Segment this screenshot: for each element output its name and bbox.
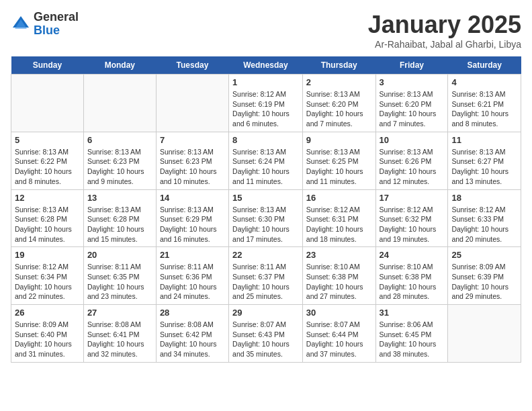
calendar-table: SundayMondayTuesdayWednesdayThursdayFrid… [11, 56, 521, 363]
date-number: 29 [232, 308, 299, 318]
date-number: 16 [306, 193, 372, 203]
day-header-saturday: Saturday [448, 56, 521, 75]
date-number: 11 [451, 135, 517, 145]
date-number: 15 [232, 193, 299, 203]
day-header-wednesday: Wednesday [229, 56, 303, 75]
calendar-cell: 1Sunrise: 8:12 AM Sunset: 6:19 PM Daylig… [229, 75, 303, 132]
date-number: 28 [160, 308, 225, 318]
date-number: 30 [306, 308, 372, 318]
date-number: 5 [15, 135, 80, 145]
date-number: 6 [87, 135, 152, 145]
cell-content: Sunrise: 8:13 AM Sunset: 6:29 PM Dayligh… [160, 205, 225, 244]
cell-content: Sunrise: 8:07 AM Sunset: 6:43 PM Dayligh… [232, 320, 299, 359]
calendar-cell: 28Sunrise: 8:08 AM Sunset: 6:42 PM Dayli… [156, 305, 228, 363]
calendar-cell: 7Sunrise: 8:13 AM Sunset: 6:23 PM Daylig… [156, 132, 228, 189]
cell-content: Sunrise: 8:13 AM Sunset: 6:27 PM Dayligh… [451, 147, 517, 187]
cell-content: Sunrise: 8:13 AM Sunset: 6:22 PM Dayligh… [15, 147, 80, 187]
calendar-cell: 20Sunrise: 8:11 AM Sunset: 6:35 PM Dayli… [83, 247, 156, 305]
calendar-cell: 9Sunrise: 8:13 AM Sunset: 6:25 PM Daylig… [302, 132, 375, 189]
date-number: 3 [380, 77, 445, 87]
date-number: 24 [380, 250, 445, 260]
cell-content: Sunrise: 8:13 AM Sunset: 6:20 PM Dayligh… [306, 89, 372, 129]
calendar-cell: 18Sunrise: 8:12 AM Sunset: 6:33 PM Dayli… [448, 189, 521, 247]
calendar-cell: 2Sunrise: 8:13 AM Sunset: 6:20 PM Daylig… [302, 75, 375, 132]
calendar-cell: 23Sunrise: 8:10 AM Sunset: 6:38 PM Dayli… [302, 247, 375, 305]
location: Ar-Rahaibat, Jabal al Gharbi, Libya [368, 39, 521, 50]
cell-content: Sunrise: 8:12 AM Sunset: 6:34 PM Dayligh… [15, 262, 80, 302]
month-title: January 2025 [368, 11, 521, 39]
cell-content: Sunrise: 8:13 AM Sunset: 6:28 PM Dayligh… [15, 205, 80, 244]
cell-content: Sunrise: 8:11 AM Sunset: 6:36 PM Dayligh… [160, 262, 225, 302]
cell-content: Sunrise: 8:13 AM Sunset: 6:20 PM Dayligh… [380, 89, 445, 129]
cell-content: Sunrise: 8:10 AM Sunset: 6:38 PM Dayligh… [380, 262, 445, 302]
title-area: January 2025 Ar-Rahaibat, Jabal al Gharb… [368, 11, 521, 50]
calendar-cell: 5Sunrise: 8:13 AM Sunset: 6:22 PM Daylig… [11, 132, 84, 189]
week-row-4: 19Sunrise: 8:12 AM Sunset: 6:34 PM Dayli… [11, 247, 521, 305]
cell-content: Sunrise: 8:12 AM Sunset: 6:32 PM Dayligh… [380, 205, 445, 244]
cell-content: Sunrise: 8:13 AM Sunset: 6:25 PM Dayligh… [306, 147, 372, 187]
logo-icon [11, 14, 31, 34]
calendar-cell: 12Sunrise: 8:13 AM Sunset: 6:28 PM Dayli… [11, 189, 84, 247]
logo-blue: Blue [34, 24, 79, 38]
date-number: 10 [380, 135, 445, 145]
cell-content: Sunrise: 8:13 AM Sunset: 6:26 PM Dayligh… [380, 147, 445, 187]
date-number: 26 [15, 308, 80, 318]
calendar-cell [156, 75, 228, 132]
date-number: 12 [15, 193, 80, 203]
cell-content: Sunrise: 8:13 AM Sunset: 6:23 PM Dayligh… [160, 147, 225, 187]
cell-content: Sunrise: 8:11 AM Sunset: 6:37 PM Dayligh… [232, 262, 299, 302]
page-header: General Blue January 2025 Ar-Rahaibat, J… [11, 11, 521, 50]
date-number: 31 [380, 308, 445, 318]
calendar-cell [448, 305, 521, 363]
week-row-2: 5Sunrise: 8:13 AM Sunset: 6:22 PM Daylig… [11, 132, 521, 189]
date-number: 20 [87, 250, 152, 260]
date-number: 14 [160, 193, 225, 203]
week-row-1: 1Sunrise: 8:12 AM Sunset: 6:19 PM Daylig… [11, 75, 521, 132]
cell-content: Sunrise: 8:12 AM Sunset: 6:31 PM Dayligh… [306, 205, 372, 244]
cell-content: Sunrise: 8:10 AM Sunset: 6:38 PM Dayligh… [306, 262, 372, 302]
cell-content: Sunrise: 8:08 AM Sunset: 6:41 PM Dayligh… [87, 320, 152, 359]
calendar-cell: 14Sunrise: 8:13 AM Sunset: 6:29 PM Dayli… [156, 189, 228, 247]
calendar-cell: 15Sunrise: 8:13 AM Sunset: 6:30 PM Dayli… [229, 189, 303, 247]
calendar-cell: 30Sunrise: 8:07 AM Sunset: 6:44 PM Dayli… [302, 305, 375, 363]
date-number: 1 [232, 77, 299, 87]
day-header-thursday: Thursday [302, 56, 375, 75]
calendar-cell: 29Sunrise: 8:07 AM Sunset: 6:43 PM Dayli… [229, 305, 303, 363]
logo-text: General Blue [34, 11, 79, 38]
date-number: 18 [451, 193, 517, 203]
cell-content: Sunrise: 8:13 AM Sunset: 6:30 PM Dayligh… [232, 205, 299, 244]
cell-content: Sunrise: 8:12 AM Sunset: 6:33 PM Dayligh… [451, 205, 517, 244]
date-number: 19 [15, 250, 80, 260]
calendar-cell: 22Sunrise: 8:11 AM Sunset: 6:37 PM Dayli… [229, 247, 303, 305]
date-number: 13 [87, 193, 152, 203]
date-number: 27 [87, 308, 152, 318]
cell-content: Sunrise: 8:08 AM Sunset: 6:42 PM Dayligh… [160, 320, 225, 359]
cell-content: Sunrise: 8:09 AM Sunset: 6:40 PM Dayligh… [15, 320, 80, 359]
day-header-sunday: Sunday [11, 56, 84, 75]
calendar-cell: 10Sunrise: 8:13 AM Sunset: 6:26 PM Dayli… [375, 132, 448, 189]
date-number: 9 [306, 135, 372, 145]
date-number: 23 [306, 250, 372, 260]
calendar-cell: 6Sunrise: 8:13 AM Sunset: 6:23 PM Daylig… [83, 132, 156, 189]
week-row-3: 12Sunrise: 8:13 AM Sunset: 6:28 PM Dayli… [11, 189, 521, 247]
calendar-cell: 3Sunrise: 8:13 AM Sunset: 6:20 PM Daylig… [375, 75, 448, 132]
date-number: 21 [160, 250, 225, 260]
date-number: 4 [451, 77, 517, 87]
calendar-cell: 25Sunrise: 8:09 AM Sunset: 6:39 PM Dayli… [448, 247, 521, 305]
calendar-cell: 4Sunrise: 8:13 AM Sunset: 6:21 PM Daylig… [448, 75, 521, 132]
cell-content: Sunrise: 8:12 AM Sunset: 6:19 PM Dayligh… [232, 89, 299, 129]
day-header-row: SundayMondayTuesdayWednesdayThursdayFrid… [11, 56, 521, 75]
logo-general: General [34, 11, 79, 24]
calendar-cell: 21Sunrise: 8:11 AM Sunset: 6:36 PM Dayli… [156, 247, 228, 305]
day-header-monday: Monday [83, 56, 156, 75]
calendar-cell: 31Sunrise: 8:06 AM Sunset: 6:45 PM Dayli… [375, 305, 448, 363]
cell-content: Sunrise: 8:13 AM Sunset: 6:23 PM Dayligh… [87, 147, 152, 187]
day-header-tuesday: Tuesday [156, 56, 228, 75]
cell-content: Sunrise: 8:13 AM Sunset: 6:21 PM Dayligh… [451, 89, 517, 129]
cell-content: Sunrise: 8:09 AM Sunset: 6:39 PM Dayligh… [451, 262, 517, 302]
calendar-cell: 11Sunrise: 8:13 AM Sunset: 6:27 PM Dayli… [448, 132, 521, 189]
cell-content: Sunrise: 8:06 AM Sunset: 6:45 PM Dayligh… [380, 320, 445, 359]
calendar-cell: 16Sunrise: 8:12 AM Sunset: 6:31 PM Dayli… [302, 189, 375, 247]
calendar-cell: 13Sunrise: 8:13 AM Sunset: 6:28 PM Dayli… [83, 189, 156, 247]
date-number: 8 [232, 135, 299, 145]
